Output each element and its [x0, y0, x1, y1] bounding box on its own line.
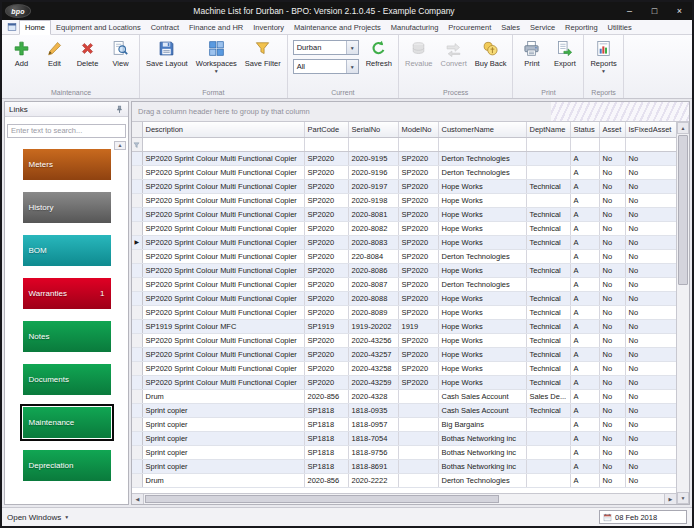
cell-description[interactable]: SP2020 Sprint Colour Multi Functional Co… — [142, 305, 304, 319]
cell-isfixedasset[interactable]: No — [625, 165, 676, 179]
cell-isfixedasset[interactable]: No — [625, 249, 676, 263]
cell-customername[interactable]: Big Bargains — [438, 417, 526, 431]
cell-asset[interactable]: No — [599, 221, 625, 235]
cell-modelno[interactable] — [398, 389, 438, 403]
cell-description[interactable]: SP2020 Sprint Colour Multi Functional Co… — [142, 249, 304, 263]
cell-description[interactable]: Sprint copier — [142, 445, 304, 459]
cell-isfixedasset[interactable]: No — [625, 347, 676, 361]
cell-asset[interactable]: No — [599, 249, 625, 263]
cell-deptname[interactable]: Technical — [526, 333, 570, 347]
cell-isfixedasset[interactable]: No — [625, 305, 676, 319]
cell-asset[interactable]: No — [599, 151, 625, 165]
cell-serialno[interactable]: 2020-8086 — [348, 263, 398, 277]
cell-partcode[interactable]: SP1919 — [304, 319, 348, 333]
cell-asset[interactable]: No — [599, 305, 625, 319]
workspaces-button[interactable]: Workspaces ▼ — [192, 36, 241, 88]
cell-description[interactable]: SP2020 Sprint Colour Multi Functional Co… — [142, 207, 304, 221]
cell-status[interactable]: A — [570, 431, 599, 445]
cell-customername[interactable]: Cash Sales Account — [438, 403, 526, 417]
cell-isfixedasset[interactable]: No — [625, 277, 676, 291]
scroll-right-button[interactable]: ▶ — [664, 494, 676, 504]
cell-deptname[interactable] — [526, 473, 570, 487]
cell-modelno[interactable]: SP2020 — [398, 235, 438, 249]
sidebar-tile-warranties[interactable]: Warranties1 — [23, 278, 111, 309]
cell-partcode[interactable]: SP1818 — [304, 459, 348, 473]
filter-cell-serialno[interactable] — [348, 137, 398, 151]
filter-cell-partcode[interactable] — [304, 137, 348, 151]
column-header-modelno[interactable]: ModelNo — [398, 122, 438, 137]
cell-partcode[interactable]: SP2020 — [304, 263, 348, 277]
cell-deptname[interactable] — [526, 459, 570, 473]
cell-description[interactable]: SP2020 Sprint Colour Multi Functional Co… — [142, 361, 304, 375]
cell-description[interactable]: Drum — [142, 473, 304, 487]
cell-partcode[interactable]: SP2020 — [304, 165, 348, 179]
cell-modelno[interactable] — [398, 473, 438, 487]
cell-deptname[interactable]: Technical — [526, 291, 570, 305]
cell-asset[interactable]: No — [599, 235, 625, 249]
cell-asset[interactable]: No — [599, 473, 625, 487]
cell-deptname[interactable]: Technical — [526, 263, 570, 277]
cell-isfixedasset[interactable]: No — [625, 207, 676, 221]
cell-deptname[interactable]: Technical — [526, 207, 570, 221]
cell-modelno[interactable]: SP2020 — [398, 361, 438, 375]
cell-serialno[interactable]: 2020-43259 — [348, 375, 398, 389]
cell-serialno[interactable]: 2020-8083 — [348, 235, 398, 249]
cell-status[interactable]: A — [570, 235, 599, 249]
filter-cell-deptname[interactable] — [526, 137, 570, 151]
cell-deptname[interactable] — [526, 151, 570, 165]
cell-partcode[interactable]: SP2020 — [304, 193, 348, 207]
minimize-button[interactable]: – — [617, 2, 642, 20]
cell-customername[interactable]: Bothas Networking inc — [438, 459, 526, 473]
cell-asset[interactable]: No — [599, 193, 625, 207]
add-button[interactable]: Add — [5, 36, 38, 88]
cell-asset[interactable]: No — [599, 291, 625, 305]
cell-serialno[interactable]: 1818-9756 — [348, 445, 398, 459]
cell-modelno[interactable] — [398, 403, 438, 417]
cell-status[interactable]: A — [570, 221, 599, 235]
cell-status[interactable]: A — [570, 277, 599, 291]
cell-customername[interactable]: Hope Works — [438, 263, 526, 277]
cell-serialno[interactable]: 2020-43256 — [348, 333, 398, 347]
tab-home[interactable]: Home — [19, 20, 51, 35]
column-header-serialno[interactable]: SerialNo — [348, 122, 398, 137]
vertical-scroll-track[interactable] — [677, 134, 689, 492]
cell-deptname[interactable] — [526, 193, 570, 207]
cell-status[interactable]: A — [570, 193, 599, 207]
group-by-bar[interactable]: Drag a column header here to group by th… — [132, 102, 689, 122]
cell-customername[interactable]: Bothas Networking inc — [438, 431, 526, 445]
cell-partcode[interactable]: SP2020 — [304, 361, 348, 375]
cell-isfixedasset[interactable]: No — [625, 361, 676, 375]
cell-partcode[interactable]: SP1818 — [304, 417, 348, 431]
cell-customername[interactable]: Derton Technologies — [438, 473, 526, 487]
cell-serialno[interactable]: 1818-7054 — [348, 431, 398, 445]
cell-partcode[interactable]: SP2020 — [304, 151, 348, 165]
sidebar-tile-maintenance[interactable]: Maintenance — [23, 407, 111, 438]
cell-description[interactable]: SP2020 Sprint Colour Multi Functional Co… — [142, 193, 304, 207]
cell-description[interactable]: SP2020 Sprint Colour Multi Functional Co… — [142, 347, 304, 361]
cell-isfixedasset[interactable]: No — [625, 417, 676, 431]
cell-serialno[interactable]: 2020-8087 — [348, 277, 398, 291]
cell-isfixedasset[interactable]: No — [625, 291, 676, 305]
cell-description[interactable]: SP2020 Sprint Colour Multi Functional Co… — [142, 375, 304, 389]
cell-customername[interactable]: Hope Works — [438, 235, 526, 249]
cell-description[interactable]: SP2020 Sprint Colour Multi Functional Co… — [142, 165, 304, 179]
cell-description[interactable]: SP2020 Sprint Colour Multi Functional Co… — [142, 333, 304, 347]
cell-customername[interactable]: Hope Works — [438, 319, 526, 333]
cell-serialno[interactable]: 2020-4328 — [348, 389, 398, 403]
buy-back-button[interactable]: Buy Back — [471, 36, 511, 88]
cell-status[interactable]: A — [570, 263, 599, 277]
cell-partcode[interactable]: SP2020 — [304, 277, 348, 291]
column-header-customername[interactable]: CustomerName — [438, 122, 526, 137]
cell-asset[interactable]: No — [599, 165, 625, 179]
cell-status[interactable]: A — [570, 417, 599, 431]
cell-customername[interactable]: Hope Works — [438, 361, 526, 375]
delete-button[interactable]: Delete — [71, 36, 104, 88]
cell-deptname[interactable]: Technical — [526, 319, 570, 333]
filter-cell-asset[interactable] — [599, 137, 625, 151]
cell-partcode[interactable]: SP2020 — [304, 291, 348, 305]
cell-serialno[interactable]: 2020-9197 — [348, 179, 398, 193]
cell-status[interactable]: A — [570, 347, 599, 361]
tab-maintenance-and-projects[interactable]: Maintenance and Projects — [289, 20, 386, 34]
cell-partcode[interactable]: SP1818 — [304, 445, 348, 459]
cell-customername[interactable]: Derton Technologies — [438, 249, 526, 263]
